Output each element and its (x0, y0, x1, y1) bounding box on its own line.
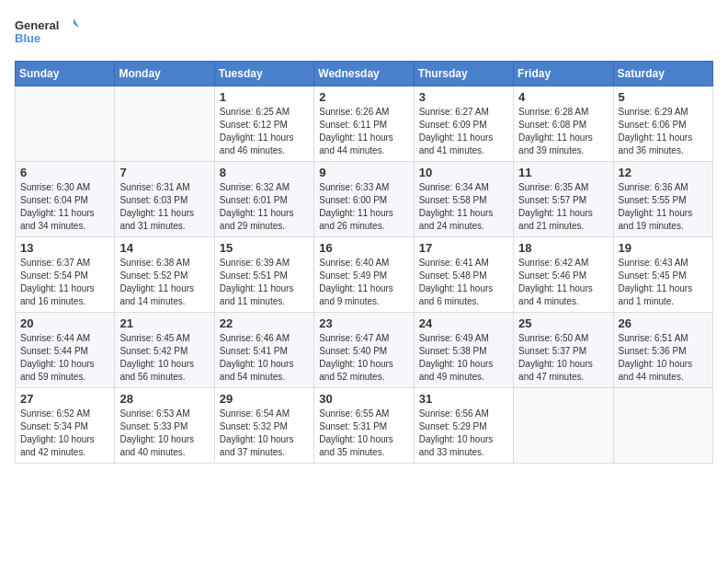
calendar-cell: 25Sunrise: 6:50 AMSunset: 5:37 PMDayligh… (514, 313, 613, 388)
day-number: 25 (518, 316, 608, 330)
calendar-cell: 7Sunrise: 6:31 AMSunset: 6:03 PMDaylight… (115, 162, 214, 237)
day-info: Sunrise: 6:56 AMSunset: 5:29 PMDaylight:… (419, 408, 508, 459)
column-header-wednesday: Wednesday (314, 62, 414, 86)
day-info: Sunrise: 6:36 AMSunset: 5:55 PMDaylight:… (619, 181, 708, 233)
day-info: Sunrise: 6:29 AMSunset: 6:06 PMDaylight:… (619, 106, 708, 157)
day-info: Sunrise: 6:54 AMSunset: 5:32 PMDaylight:… (220, 408, 309, 459)
calendar-cell: 6Sunrise: 6:30 AMSunset: 6:04 PMDaylight… (16, 162, 115, 237)
day-number: 5 (619, 90, 708, 104)
calendar-cell: 15Sunrise: 6:39 AMSunset: 5:51 PMDayligh… (214, 237, 313, 313)
day-number: 9 (319, 166, 408, 179)
day-number: 14 (119, 241, 209, 255)
day-number: 30 (319, 392, 408, 406)
calendar-cell: 17Sunrise: 6:41 AMSunset: 5:48 PMDayligh… (414, 237, 513, 313)
day-number: 27 (20, 392, 109, 406)
day-info: Sunrise: 6:34 AMSunset: 5:58 PMDaylight:… (419, 181, 508, 233)
calendar-cell: 1Sunrise: 6:25 AMSunset: 6:12 PMDaylight… (214, 86, 313, 162)
calendar-cell: 27Sunrise: 6:52 AMSunset: 5:34 PMDayligh… (16, 388, 115, 464)
calendar-cell: 28Sunrise: 6:53 AMSunset: 5:33 PMDayligh… (115, 388, 214, 464)
day-info: Sunrise: 6:39 AMSunset: 5:51 PMDaylight:… (220, 257, 309, 308)
day-info: Sunrise: 6:38 AMSunset: 5:52 PMDaylight:… (119, 257, 209, 308)
day-number: 1 (220, 90, 309, 104)
calendar-week-3: 13Sunrise: 6:37 AMSunset: 5:54 PMDayligh… (16, 237, 713, 313)
calendar-cell: 20Sunrise: 6:44 AMSunset: 5:44 PMDayligh… (16, 313, 115, 388)
calendar-cell: 21Sunrise: 6:45 AMSunset: 5:42 PMDayligh… (115, 313, 214, 388)
day-info: Sunrise: 6:43 AMSunset: 5:45 PMDaylight:… (619, 257, 708, 308)
day-number: 24 (419, 316, 508, 330)
day-info: Sunrise: 6:26 AMSunset: 6:11 PMDaylight:… (319, 106, 408, 157)
column-header-thursday: Thursday (414, 62, 513, 86)
day-info: Sunrise: 6:27 AMSunset: 6:09 PMDaylight:… (419, 106, 508, 157)
calendar-cell (115, 86, 214, 162)
calendar-cell: 29Sunrise: 6:54 AMSunset: 5:32 PMDayligh… (214, 388, 313, 464)
day-info: Sunrise: 6:33 AMSunset: 6:00 PMDaylight:… (319, 181, 408, 233)
day-info: Sunrise: 6:44 AMSunset: 5:44 PMDaylight:… (20, 332, 109, 384)
calendar-header-row: SundayMondayTuesdayWednesdayThursdayFrid… (16, 62, 713, 86)
calendar-cell: 14Sunrise: 6:38 AMSunset: 5:52 PMDayligh… (115, 237, 214, 313)
column-header-monday: Monday (115, 62, 214, 86)
calendar-cell: 5Sunrise: 6:29 AMSunset: 6:06 PMDaylight… (613, 86, 712, 162)
logo: General Blue (15, 15, 79, 52)
day-number: 15 (220, 241, 309, 255)
day-info: Sunrise: 6:31 AMSunset: 6:03 PMDaylight:… (119, 181, 209, 233)
day-number: 6 (20, 166, 109, 179)
day-info: Sunrise: 6:41 AMSunset: 5:48 PMDaylight:… (419, 257, 508, 308)
calendar-cell: 16Sunrise: 6:40 AMSunset: 5:49 PMDayligh… (314, 237, 414, 313)
calendar-cell: 2Sunrise: 6:26 AMSunset: 6:11 PMDaylight… (314, 86, 414, 162)
day-number: 12 (619, 166, 708, 179)
column-header-friday: Friday (514, 62, 613, 86)
calendar-cell: 26Sunrise: 6:51 AMSunset: 5:36 PMDayligh… (613, 313, 712, 388)
logo-svg: General Blue (15, 15, 79, 52)
calendar-cell (613, 388, 712, 464)
calendar-cell: 18Sunrise: 6:42 AMSunset: 5:46 PMDayligh… (514, 237, 613, 313)
day-info: Sunrise: 6:49 AMSunset: 5:38 PMDaylight:… (419, 332, 508, 384)
svg-text:Blue: Blue (15, 31, 40, 45)
day-number: 7 (119, 166, 209, 179)
day-info: Sunrise: 6:46 AMSunset: 5:41 PMDaylight:… (220, 332, 309, 384)
calendar-cell: 4Sunrise: 6:28 AMSunset: 6:08 PMDaylight… (514, 86, 613, 162)
page-header: General Blue (15, 15, 713, 52)
day-number: 21 (119, 316, 209, 330)
day-number: 3 (419, 90, 508, 104)
calendar-cell: 13Sunrise: 6:37 AMSunset: 5:54 PMDayligh… (16, 237, 115, 313)
calendar-week-4: 20Sunrise: 6:44 AMSunset: 5:44 PMDayligh… (16, 313, 713, 388)
column-header-sunday: Sunday (16, 62, 115, 86)
day-number: 17 (419, 241, 508, 255)
calendar-cell (16, 86, 115, 162)
day-number: 22 (220, 316, 309, 330)
day-info: Sunrise: 6:42 AMSunset: 5:46 PMDaylight:… (518, 257, 608, 308)
calendar-cell: 11Sunrise: 6:35 AMSunset: 5:57 PMDayligh… (514, 162, 613, 237)
day-number: 26 (619, 316, 708, 330)
calendar-cell: 12Sunrise: 6:36 AMSunset: 5:55 PMDayligh… (613, 162, 712, 237)
calendar-week-5: 27Sunrise: 6:52 AMSunset: 5:34 PMDayligh… (16, 388, 713, 464)
calendar-cell: 24Sunrise: 6:49 AMSunset: 5:38 PMDayligh… (414, 313, 513, 388)
day-number: 2 (319, 90, 408, 104)
calendar-cell: 10Sunrise: 6:34 AMSunset: 5:58 PMDayligh… (414, 162, 513, 237)
day-number: 4 (518, 90, 608, 104)
day-info: Sunrise: 6:37 AMSunset: 5:54 PMDaylight:… (20, 257, 109, 308)
day-info: Sunrise: 6:40 AMSunset: 5:49 PMDaylight:… (319, 257, 408, 308)
day-info: Sunrise: 6:30 AMSunset: 6:04 PMDaylight:… (20, 181, 109, 233)
calendar-cell: 22Sunrise: 6:46 AMSunset: 5:41 PMDayligh… (214, 313, 313, 388)
calendar-cell: 3Sunrise: 6:27 AMSunset: 6:09 PMDaylight… (414, 86, 513, 162)
calendar-cell: 23Sunrise: 6:47 AMSunset: 5:40 PMDayligh… (314, 313, 414, 388)
day-number: 20 (20, 316, 109, 330)
day-info: Sunrise: 6:28 AMSunset: 6:08 PMDaylight:… (518, 106, 608, 157)
calendar-cell: 31Sunrise: 6:56 AMSunset: 5:29 PMDayligh… (414, 388, 513, 464)
column-header-tuesday: Tuesday (214, 62, 313, 86)
day-number: 19 (619, 241, 708, 255)
day-info: Sunrise: 6:45 AMSunset: 5:42 PMDaylight:… (119, 332, 209, 384)
svg-text:General: General (15, 18, 59, 32)
day-info: Sunrise: 6:53 AMSunset: 5:33 PMDaylight:… (119, 408, 209, 459)
day-info: Sunrise: 6:47 AMSunset: 5:40 PMDaylight:… (319, 332, 408, 384)
column-header-saturday: Saturday (613, 62, 712, 86)
day-number: 8 (220, 166, 309, 179)
day-number: 16 (319, 241, 408, 255)
day-info: Sunrise: 6:25 AMSunset: 6:12 PMDaylight:… (220, 106, 309, 157)
day-info: Sunrise: 6:50 AMSunset: 5:37 PMDaylight:… (518, 332, 608, 384)
calendar-cell (514, 388, 613, 464)
calendar-cell: 19Sunrise: 6:43 AMSunset: 5:45 PMDayligh… (613, 237, 712, 313)
day-info: Sunrise: 6:51 AMSunset: 5:36 PMDaylight:… (619, 332, 708, 384)
day-info: Sunrise: 6:52 AMSunset: 5:34 PMDaylight:… (20, 408, 109, 459)
calendar-week-1: 1Sunrise: 6:25 AMSunset: 6:12 PMDaylight… (16, 86, 713, 162)
